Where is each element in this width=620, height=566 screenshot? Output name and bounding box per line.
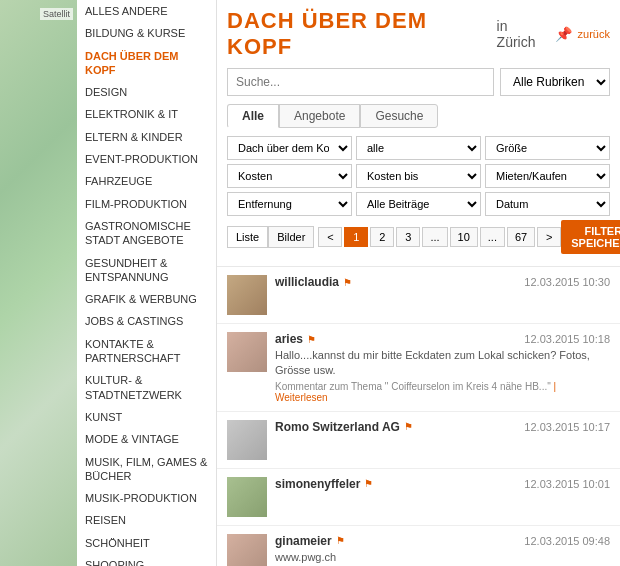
filter-beitraege[interactable]: Alle Beiträge (356, 192, 481, 216)
post-time: 12.03.2015 10:17 (524, 421, 610, 433)
post-time: 12.03.2015 09:48 (524, 535, 610, 547)
search-bar: Alle Rubriken (227, 68, 610, 96)
post-item: aries ⚑ 12.03.2015 10:18 Hallo....kannst… (217, 324, 620, 412)
post-text: Hallo....kannst du mir bitte Eckdaten zu… (275, 348, 610, 379)
page-nav: < 1 2 3 ... 10 ... 67 > (318, 227, 561, 247)
post-item: williclaudia ⚑ 12.03.2015 10:30 (217, 267, 620, 324)
tab-gesuche[interactable]: Gesuche (360, 104, 438, 128)
post-time: 12.03.2015 10:01 (524, 478, 610, 490)
post-content: Romo Switzerland AG ⚑ 12.03.2015 10:17 (275, 420, 610, 434)
sidebar-item[interactable]: DACH ÜBER DEM KOPF (77, 45, 216, 82)
sidebar-item[interactable]: GASTRONOMISCHE STADT ANGEBOTE (77, 215, 216, 252)
flag-icon: ⚑ (364, 478, 373, 489)
post-content: simonenyffeler ⚑ 12.03.2015 10:01 (275, 477, 610, 491)
sidebar: ALLES ANDEREBILDUNG & KURSEDACH ÜBER DEM… (77, 0, 217, 566)
filter-size[interactable]: Größe (485, 136, 610, 160)
sidebar-item[interactable]: ELTERN & KINDER (77, 126, 216, 148)
posts-list: williclaudia ⚑ 12.03.2015 10:30 aries ⚑ … (217, 267, 620, 566)
sidebar-item[interactable]: SHOOPING (77, 554, 216, 566)
main-content: DACH ÜBER DEM KOPF in Zürich 📌 zurück Al… (217, 0, 620, 566)
sidebar-item[interactable]: DESIGN (77, 81, 216, 103)
sidebar-item[interactable]: EVENT-PRODUKTION (77, 148, 216, 170)
sidebar-item[interactable]: GRAFIK & WERBUNG (77, 288, 216, 310)
main-header: DACH ÜBER DEM KOPF in Zürich 📌 zurück Al… (217, 0, 620, 267)
view-images-button[interactable]: Bilder (268, 226, 314, 248)
weiterlesen-link[interactable]: | Weiterlesen (275, 381, 556, 403)
sidebar-item[interactable]: ELEKTRONIK & IT (77, 103, 216, 125)
post-content: aries ⚑ 12.03.2015 10:18 Hallo....kannst… (275, 332, 610, 403)
post-content: ginameier ⚑ 12.03.2015 09:48 www.pwg.ch … (275, 534, 610, 566)
map-area: Satellit (0, 0, 77, 566)
post-username: williclaudia (275, 275, 339, 289)
sidebar-item[interactable]: KUNST (77, 406, 216, 428)
tabs-bar: Alle Angebote Gesuche (227, 104, 610, 128)
view-list-button[interactable]: Liste (227, 226, 268, 248)
sidebar-item[interactable]: GESUNDHEIT & ENTSPANNUNG (77, 252, 216, 289)
sidebar-item[interactable]: FILM-PRODUKTION (77, 193, 216, 215)
filter-datum[interactable]: Datum (485, 192, 610, 216)
tab-angebote[interactable]: Angebote (279, 104, 360, 128)
sidebar-item[interactable]: KULTUR- & STADTNETZWERK (77, 369, 216, 406)
filter-kosten-bis[interactable]: Kosten bis (356, 164, 481, 188)
sidebar-item[interactable]: JOBS & CASTINGS (77, 310, 216, 332)
search-input[interactable] (227, 68, 494, 96)
category-select[interactable]: Alle Rubriken (500, 68, 610, 96)
filter-row-1: Dach über dem Kopf ▾ alle Größe (227, 136, 610, 160)
post-time: 12.03.2015 10:30 (524, 276, 610, 288)
sidebar-item[interactable]: REISEN (77, 509, 216, 531)
sidebar-item[interactable]: ALLES ANDERE (77, 0, 216, 22)
filter-save-button[interactable]: FILTER SPEICHERN (561, 220, 620, 254)
sidebar-item[interactable]: MUSIK, FILM, GAMES & BÜCHER (77, 451, 216, 488)
tab-alle[interactable]: Alle (227, 104, 279, 128)
filter-row-3: Entfernung Alle Beiträge Datum (227, 192, 610, 216)
page-dots-2: ... (480, 227, 505, 247)
page-1-button[interactable]: 1 (344, 227, 368, 247)
avatar (227, 534, 267, 566)
filter-all[interactable]: alle (356, 136, 481, 160)
filter-kosten[interactable]: Kosten (227, 164, 352, 188)
page-2-button[interactable]: 2 (370, 227, 394, 247)
page-dots-1: ... (422, 227, 447, 247)
avatar (227, 332, 267, 372)
sidebar-item[interactable]: MODE & VINTAGE (77, 428, 216, 450)
page-67-button[interactable]: 67 (507, 227, 535, 247)
filter-category[interactable]: Dach über dem Kopf ▾ (227, 136, 352, 160)
post-username: Romo Switzerland AG (275, 420, 400, 434)
filter-row-2: Kosten Kosten bis Mieten/Kaufen (227, 164, 610, 188)
post-content: williclaudia ⚑ 12.03.2015 10:30 (275, 275, 610, 289)
filter-entfernung[interactable]: Entfernung (227, 192, 352, 216)
sidebar-item[interactable]: SCHÖNHEIT (77, 532, 216, 554)
pin-icon: 📌 (555, 26, 572, 42)
next-page-button[interactable]: > (537, 227, 561, 247)
pagination-bar: Liste Bilder < 1 2 3 ... 10 ... 67 > FIL… (227, 220, 610, 254)
post-username: simonenyffeler (275, 477, 360, 491)
flag-icon: ⚑ (307, 334, 316, 345)
flag-icon: ⚑ (343, 277, 352, 288)
avatar (227, 477, 267, 517)
location-label: in Zürich (497, 18, 549, 50)
post-username: ginameier (275, 534, 332, 548)
post-username: aries (275, 332, 303, 346)
sidebar-item[interactable]: FAHRZEUGE (77, 170, 216, 192)
filter-mieten-kaufen[interactable]: Mieten/Kaufen (485, 164, 610, 188)
avatar (227, 420, 267, 460)
flag-icon: ⚑ (404, 421, 413, 432)
map-label: Satellit (40, 8, 73, 20)
post-meta: Kommentar zum Thema " Coiffeurselon im K… (275, 381, 610, 403)
page-3-button[interactable]: 3 (396, 227, 420, 247)
post-item: ginameier ⚑ 12.03.2015 09:48 www.pwg.ch … (217, 526, 620, 566)
post-item: simonenyffeler ⚑ 12.03.2015 10:01 (217, 469, 620, 526)
page-title: DACH ÜBER DEM KOPF (227, 8, 491, 60)
post-time: 12.03.2015 10:18 (524, 333, 610, 345)
sidebar-item[interactable]: BILDUNG & KURSE (77, 22, 216, 44)
page-10-button[interactable]: 10 (450, 227, 478, 247)
sidebar-item[interactable]: KONTAKTE & PARTNERSCHAFT (77, 333, 216, 370)
post-text: www.pwg.ch (275, 550, 610, 565)
flag-icon: ⚑ (336, 535, 345, 546)
prev-page-button[interactable]: < (318, 227, 342, 247)
post-item: Romo Switzerland AG ⚑ 12.03.2015 10:17 (217, 412, 620, 469)
avatar (227, 275, 267, 315)
sidebar-item[interactable]: MUSIK-PRODUKTION (77, 487, 216, 509)
back-link[interactable]: zurück (578, 28, 610, 40)
